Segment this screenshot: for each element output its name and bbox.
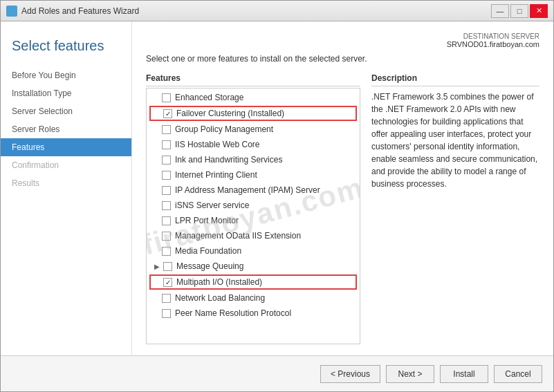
previous-button[interactable]: < Previous — [320, 365, 380, 383]
sidebar-item-installation-type[interactable]: Installation Type — [1, 84, 131, 102]
feature-label: LPR Port Monitor — [175, 216, 239, 225]
title-bar: Add Roles and Features Wizard — □ ✕ — [1, 1, 553, 21]
feature-item[interactable]: LPR Port Monitor — [147, 213, 360, 228]
feature-item[interactable]: IP Address Management (IPAM) Server — [147, 183, 360, 198]
feature-checkbox[interactable] — [163, 262, 172, 271]
feature-item[interactable]: Management OData IIS Extension — [147, 228, 360, 243]
description-panel: Description .NET Framework 3.5 combines … — [371, 71, 539, 344]
sidebar-nav: Before You Begin Installation Type Serve… — [1, 66, 131, 192]
instruction-text: Select one or more features to install o… — [146, 54, 539, 64]
dest-server-label: DESTINATION SERVER — [146, 32, 539, 40]
next-button[interactable]: Next > — [386, 365, 434, 383]
feature-checkbox[interactable] — [162, 156, 171, 165]
feature-checkbox[interactable] — [162, 201, 171, 210]
feature-checkbox[interactable] — [162, 125, 171, 134]
minimize-button[interactable]: — — [491, 4, 509, 18]
sidebar-item-server-selection[interactable]: Server Selection — [1, 102, 131, 120]
feature-label: Failover Clustering (Installed) — [176, 109, 284, 118]
feature-checkbox[interactable]: ✓ — [163, 109, 172, 118]
feature-item[interactable]: Peer Name Resolution Protocol — [147, 306, 360, 321]
close-button[interactable]: ✕ — [530, 4, 548, 18]
install-button[interactable]: Install — [440, 365, 488, 383]
main-content: DESTINATION SERVER SRVNOD01.firatboyan.c… — [132, 21, 553, 355]
main-window: Add Roles and Features Wizard — □ ✕ Sele… — [0, 0, 554, 392]
sidebar-item-results: Results — [1, 174, 131, 192]
description-header: Description — [371, 71, 539, 86]
cancel-button[interactable]: Cancel — [494, 365, 542, 383]
feature-label: Internet Printing Client — [175, 170, 257, 180]
expand-arrow-icon[interactable]: ▶ — [152, 261, 162, 271]
page-title: Select features — [12, 38, 120, 54]
feature-label: Media Foundation — [175, 246, 241, 256]
feature-label: IIS Hostable Web Core — [175, 140, 260, 149]
feature-label: Group Policy Management — [175, 124, 273, 134]
dest-server-name: SRVNOD01.firatboyan.com — [146, 40, 539, 48]
feature-item[interactable]: Enhanced Storage — [147, 90, 360, 105]
feature-item[interactable]: Internet Printing Client — [147, 167, 360, 183]
feature-label: Network Load Balancing — [175, 293, 265, 303]
page-title-area: Select features — [1, 28, 131, 59]
content-area: Select features Before You Begin Install… — [1, 21, 553, 355]
feature-label: Ink and Handwriting Services — [175, 155, 282, 165]
feature-item[interactable]: Network Load Balancing — [147, 290, 360, 306]
feature-label: Multipath I/O (Installed) — [176, 277, 262, 287]
destination-server: DESTINATION SERVER SRVNOD01.firatboyan.c… — [146, 32, 539, 48]
feature-item[interactable]: Ink and Handwriting Services — [147, 152, 360, 167]
features-panel: Features Enhanced Storage✓Failover Clust… — [146, 71, 360, 344]
feature-checkbox[interactable] — [162, 232, 171, 241]
footer: < Previous Next > Install Cancel — [1, 355, 553, 391]
title-bar-left: Add Roles and Features Wizard — [6, 6, 139, 17]
feature-checkbox[interactable] — [162, 140, 171, 149]
feature-checkbox[interactable] — [162, 247, 171, 256]
feature-checkbox[interactable] — [162, 294, 171, 303]
feature-checkbox[interactable] — [162, 216, 171, 225]
sidebar: Select features Before You Begin Install… — [1, 21, 132, 355]
maximize-button[interactable]: □ — [510, 4, 528, 18]
feature-checkbox[interactable]: ✓ — [163, 278, 172, 287]
sidebar-item-before-you-begin[interactable]: Before You Begin — [1, 66, 131, 84]
two-column-layout: Features Enhanced Storage✓Failover Clust… — [146, 71, 539, 344]
feature-label: Enhanced Storage — [175, 93, 243, 102]
features-header: Features — [146, 71, 360, 86]
feature-label: Management OData IIS Extension — [175, 231, 301, 241]
feature-label: IP Address Management (IPAM) Server — [175, 185, 320, 195]
feature-checkbox[interactable] — [162, 93, 171, 102]
feature-item[interactable]: Media Foundation — [147, 243, 360, 259]
sidebar-item-server-roles[interactable]: Server Roles — [1, 120, 131, 138]
features-list-wrapper: Enhanced Storage✓Failover Clustering (In… — [146, 88, 360, 344]
feature-checkbox[interactable] — [162, 309, 171, 318]
feature-item[interactable]: ✓Multipath I/O (Installed) — [149, 274, 357, 290]
sidebar-item-confirmation: Confirmation — [1, 156, 131, 174]
window-controls: — □ ✕ — [491, 4, 548, 18]
feature-checkbox[interactable] — [162, 171, 171, 180]
description-text: .NET Framework 3.5 combines the power of… — [371, 91, 539, 190]
feature-label: iSNS Server service — [175, 200, 249, 210]
feature-label: Message Queuing — [176, 261, 243, 271]
feature-item[interactable]: ▶Message Queuing — [147, 259, 360, 274]
feature-item[interactable]: ✓Failover Clustering (Installed) — [149, 106, 357, 121]
feature-label: Peer Name Resolution Protocol — [175, 308, 291, 318]
feature-item[interactable]: Group Policy Management — [147, 122, 360, 137]
sidebar-item-features[interactable]: Features — [1, 138, 131, 156]
feature-item[interactable]: iSNS Server service — [147, 198, 360, 213]
feature-checkbox[interactable] — [162, 186, 171, 195]
feature-item[interactable]: IIS Hostable Web Core — [147, 137, 360, 152]
window-title: Add Roles and Features Wizard — [21, 6, 139, 16]
features-list[interactable]: Enhanced Storage✓Failover Clustering (In… — [147, 88, 360, 344]
wizard-icon — [6, 6, 17, 17]
